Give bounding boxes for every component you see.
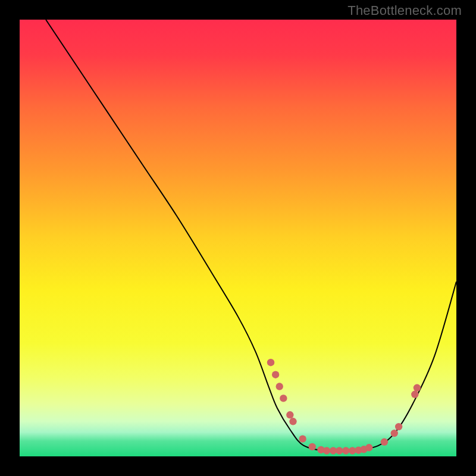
chart-plot-area (20, 20, 456, 456)
data-point (289, 418, 296, 425)
watermark-label: TheBottleneck.com (347, 3, 462, 18)
data-point (323, 447, 330, 454)
data-point (365, 444, 372, 451)
data-point (286, 411, 293, 418)
data-point (272, 371, 279, 378)
data-point (299, 435, 306, 442)
data-point (395, 423, 402, 430)
data-point (336, 447, 343, 454)
data-point (381, 439, 388, 446)
gradient-background (20, 20, 456, 456)
data-point (280, 394, 287, 402)
data-point (391, 430, 398, 437)
data-point (414, 384, 421, 392)
data-point (411, 391, 418, 398)
data-point (342, 447, 349, 454)
data-point (276, 383, 283, 390)
data-point (267, 359, 274, 366)
bottleneck-chart-svg (20, 20, 456, 456)
data-point (309, 443, 316, 450)
